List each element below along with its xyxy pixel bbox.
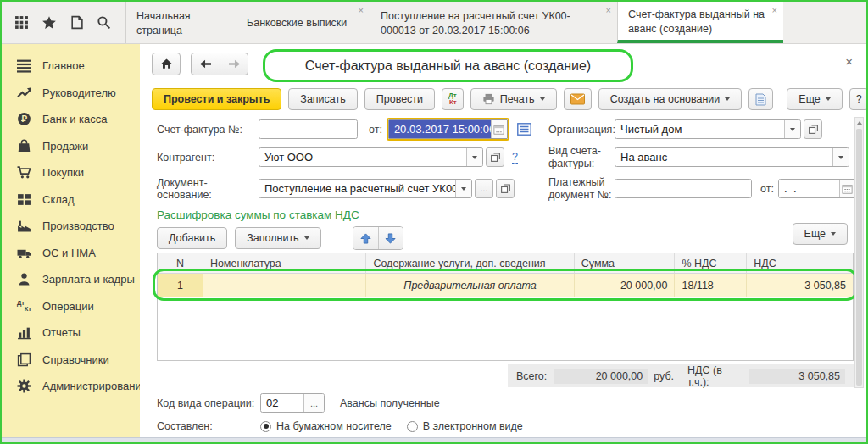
base-document-label: Документ-основание: <box>157 177 259 201</box>
cell-vat[interactable]: 3 050,85 <box>747 274 853 297</box>
quick-menu <box>2 2 125 43</box>
close-form-icon[interactable]: × <box>845 54 853 69</box>
save-button[interactable]: Записать <box>288 88 357 110</box>
open-counterparty-icon[interactable] <box>486 147 504 167</box>
radio-paper[interactable]: На бумажном носителе <box>260 420 392 432</box>
col-header-n[interactable]: N <box>158 253 203 273</box>
payment-date-input[interactable]: . . <box>778 179 856 198</box>
cell-vat-rate[interactable]: 18/118 <box>675 274 747 297</box>
radio-electronic[interactable]: В электронном виде <box>407 420 523 432</box>
op-code-input[interactable]: 02 ... <box>260 393 325 413</box>
history-icon[interactable] <box>69 14 85 31</box>
envelope-icon <box>570 93 585 105</box>
sidebar-item-purchases[interactable]: Покупки <box>2 159 140 186</box>
sidebar-item-payroll[interactable]: Зарплата и кадры <box>2 266 140 293</box>
tab-home[interactable]: Начальная страница <box>125 2 236 43</box>
col-header-sum[interactable]: Сумма <box>575 253 676 273</box>
tab-label: Счет-фактура выданный на аванс (создание… <box>628 8 765 36</box>
sidebar-item-bank-cash[interactable]: Р Банк и касса <box>2 106 140 133</box>
home-button[interactable] <box>152 53 181 75</box>
operation-code-row: Код вида операции: 02 ... Авансы получен… <box>157 393 440 413</box>
sidebar-item-administration[interactable]: Администрирование <box>2 373 140 400</box>
col-header-service[interactable]: Содержание услуги, доп. сведения <box>366 253 574 273</box>
sidebar-item-warehouse[interactable]: Склад <box>2 186 140 214</box>
create-based-on-button[interactable]: Создать на основании <box>598 88 743 110</box>
invoice-type-input[interactable]: На аванс <box>615 147 849 167</box>
post-and-close-button[interactable]: Провести и закрыть <box>152 88 281 110</box>
open-base-document-icon[interactable] <box>496 179 515 198</box>
scrollbar-thumb[interactable] <box>856 129 862 386</box>
forward-button[interactable] <box>220 53 248 75</box>
chevron-down-icon[interactable] <box>466 148 482 166</box>
total-value: 20 000,00 <box>554 369 648 384</box>
cell-nomenclature[interactable] <box>203 274 367 297</box>
tab-invoice-advance[interactable]: Счет-фактура выданный на аванс (создание… <box>617 2 783 43</box>
move-up-button[interactable] <box>353 227 378 249</box>
table-row[interactable]: 1 Предварительная оплата 20 000,00 18/11… <box>158 274 853 297</box>
counterparty-input[interactable]: Уют ООО <box>259 147 483 167</box>
dt-kt-button[interactable]: ДтКт <box>442 88 464 110</box>
truck-icon <box>17 246 31 260</box>
col-header-vat[interactable]: НДС <box>747 253 853 273</box>
op-code-ellipsis-button[interactable]: ... <box>303 394 324 412</box>
organization-input[interactable]: Чистый дом <box>615 119 801 139</box>
sidebar-item-label: Операции <box>42 300 94 313</box>
back-button[interactable] <box>192 53 220 75</box>
col-header-vat-rate[interactable]: % НДС <box>675 253 747 273</box>
tab-receipt-document[interactable]: Поступление на расчетный счет УК00-00001… <box>370 2 617 43</box>
page-title: Счет-фактура выданный на аванс (создание… <box>305 58 591 74</box>
more-button[interactable]: Еще <box>787 88 842 110</box>
favorites-star-icon[interactable] <box>42 14 58 31</box>
table-more-button[interactable]: Еще <box>793 223 848 245</box>
calendar-icon[interactable] <box>839 180 855 197</box>
add-row-button[interactable]: Добавить <box>157 227 227 249</box>
sidebar-item-operations[interactable]: ДтКт Операции <box>2 293 140 320</box>
vertical-scrollbar[interactable] <box>854 117 864 388</box>
boxes-icon <box>17 192 31 207</box>
chevron-down-icon[interactable] <box>455 180 471 197</box>
sidebar-item-label: Банк и касса <box>42 113 108 125</box>
sidebar-item-production[interactable]: Производство <box>2 213 140 240</box>
tab-close-icon[interactable]: × <box>772 6 777 15</box>
cell-sum[interactable]: 20 000,00 <box>575 274 676 297</box>
print-button[interactable]: Печать <box>470 88 557 110</box>
sidebar-item-manager[interactable]: Руководителю <box>2 80 140 107</box>
cell-service[interactable]: Предварительная оплата <box>366 274 574 297</box>
base-document-input[interactable]: Поступление на расчетный счет УК00-00001… <box>259 179 472 198</box>
tab-bank-statements[interactable]: Банковские выписки × <box>236 2 370 43</box>
move-down-button[interactable] <box>378 227 403 249</box>
chevron-down-icon[interactable] <box>832 148 849 166</box>
counterparty-help-link[interactable]: ? <box>512 151 518 164</box>
history-nav-buttons <box>191 53 248 75</box>
fill-button[interactable]: Заполнить <box>235 227 320 249</box>
sidebar-item-label: ОС и НМА <box>42 247 96 259</box>
chevron-down-icon[interactable] <box>784 120 800 138</box>
invoice-no-input[interactable] <box>259 119 358 139</box>
scroll-up-icon[interactable] <box>855 118 863 128</box>
open-organization-icon[interactable] <box>804 119 822 139</box>
sidebar-item-sales[interactable]: Продажи <box>2 133 140 160</box>
payment-doc-input[interactable] <box>615 179 752 198</box>
sidebar-item-main[interactable]: Главное <box>2 53 140 80</box>
date-input[interactable]: 20.03.2017 15:00:06 <box>388 119 508 139</box>
col-header-nomenclature[interactable]: Номенклатура <box>203 253 367 273</box>
help-button[interactable]: ? <box>849 88 866 110</box>
sidebar-item-directories[interactable]: Справочники <box>2 347 140 374</box>
dropdown-caret-icon <box>540 97 545 101</box>
cell-n[interactable]: 1 <box>158 274 203 297</box>
search-icon[interactable] <box>97 14 113 31</box>
sidebar-item-label: Покупки <box>42 166 84 179</box>
post-button[interactable]: Провести <box>364 88 435 110</box>
base-document-ellipsis-button[interactable]: ... <box>475 179 493 198</box>
vat-breakdown-link[interactable]: Расшифровка суммы по ставкам НДС <box>157 208 359 221</box>
email-button[interactable] <box>564 88 592 110</box>
vat-total-label: НДС (в т.ч.): <box>687 364 743 388</box>
related-documents-button[interactable] <box>748 88 773 110</box>
tab-close-icon[interactable]: × <box>606 6 611 15</box>
list-select-icon[interactable] <box>517 123 531 136</box>
calendar-icon[interactable] <box>491 120 507 138</box>
sidebar-item-fixed-assets[interactable]: ОС и НМА <box>2 240 140 267</box>
main-menu-icon[interactable] <box>14 14 30 31</box>
tab-close-icon[interactable]: × <box>359 6 364 15</box>
sidebar-item-reports[interactable]: Отчеты <box>2 319 140 347</box>
